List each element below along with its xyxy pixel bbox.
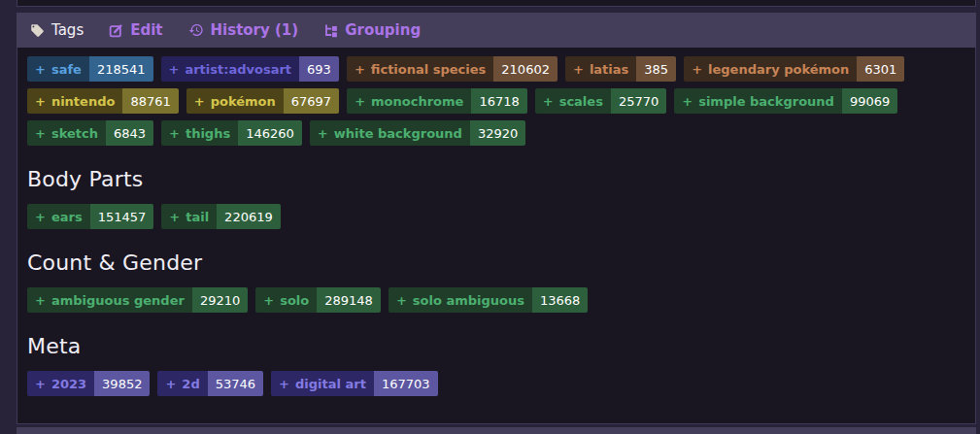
tab-history[interactable]: History (1) (188, 21, 299, 39)
add-tag-plus[interactable]: + (35, 293, 46, 308)
tag-post-count[interactable]: 53746 (208, 371, 263, 396)
tag-pill: +solo ambiguous13668 (389, 287, 588, 313)
add-tag-plus[interactable]: + (355, 94, 365, 109)
tag-name-label: safe (51, 62, 82, 77)
tag-add-link[interactable]: +safe (27, 56, 89, 82)
add-tag-plus[interactable]: + (279, 377, 289, 391)
tag-pill: +simple background99069 (674, 88, 897, 114)
tag-icon (30, 23, 45, 38)
tag-name-label: 2d (182, 377, 199, 391)
tag-post-count[interactable]: 289148 (317, 287, 381, 313)
panel-tab-bar: Tags Edit History (1) Grouping (17, 13, 976, 48)
tab-tags[interactable]: Tags (30, 21, 84, 39)
tag-post-count[interactable]: 220619 (217, 204, 281, 229)
tag-post-count[interactable]: 218541 (89, 56, 153, 82)
tag-post-count[interactable]: 39852 (94, 371, 150, 396)
next-panel-header (17, 427, 976, 434)
add-tag-plus[interactable]: + (355, 62, 365, 77)
add-tag-plus[interactable]: + (194, 94, 205, 109)
tag-post-count[interactable]: 210602 (493, 56, 558, 82)
tag-post-count[interactable]: 88761 (122, 88, 178, 114)
add-tag-plus[interactable]: + (682, 94, 693, 109)
tag-post-count[interactable]: 693 (299, 56, 339, 82)
tag-add-link[interactable]: +ambiguous gender (27, 287, 192, 313)
add-tag-plus[interactable]: + (169, 210, 180, 224)
tag-pill: +ambiguous gender29210 (27, 287, 248, 313)
grouping-icon (323, 23, 338, 38)
tag-pill: +scales25770 (535, 88, 667, 114)
tag-pill: +tail220619 (161, 204, 280, 229)
tag-add-link[interactable]: +nintendo (27, 88, 122, 114)
section-title: Count & Gender (27, 250, 965, 275)
add-tag-plus[interactable]: + (35, 210, 46, 224)
add-tag-plus[interactable]: + (692, 62, 702, 77)
tag-post-count[interactable]: 146260 (238, 120, 302, 146)
tag-post-count[interactable]: 16718 (471, 88, 526, 114)
tag-add-link[interactable]: +ears (27, 204, 90, 229)
tag-post-count[interactable]: 385 (636, 56, 676, 82)
history-icon (188, 22, 204, 38)
tag-post-count[interactable]: 25770 (611, 88, 666, 114)
edit-icon (109, 23, 123, 38)
tag-pill: +artist:advosart693 (161, 56, 339, 82)
add-tag-plus[interactable]: + (573, 62, 584, 77)
tag-post-count[interactable]: 6301 (857, 56, 904, 82)
tag-add-link[interactable]: +tail (161, 204, 217, 229)
tag-pill: +legendary pokémon6301 (684, 56, 904, 82)
add-tag-plus[interactable]: + (543, 94, 554, 109)
add-tag-plus[interactable]: + (35, 126, 46, 141)
tab-edit[interactable]: Edit (109, 21, 162, 39)
tag-name-label: ambiguous gender (51, 293, 185, 308)
tag-name-label: nintendo (51, 94, 116, 109)
tag-pill: +fictional species210602 (347, 56, 558, 82)
tag-add-link[interactable]: +2d (157, 371, 207, 396)
tag-pill: +pokémon67697 (186, 88, 339, 114)
add-tag-plus[interactable]: + (318, 126, 328, 141)
tag-add-link[interactable]: +2023 (27, 371, 94, 396)
add-tag-plus[interactable]: + (396, 293, 407, 308)
tab-label: History (1) (211, 21, 299, 39)
add-tag-plus[interactable]: + (263, 293, 274, 308)
tag-add-link[interactable]: +digital art (271, 371, 374, 396)
add-tag-plus[interactable]: + (35, 94, 46, 109)
tag-list: +ears151457+tail220619 (27, 204, 945, 229)
tag-name-label: sketch (51, 126, 98, 141)
tag-post-count[interactable]: 32920 (470, 120, 525, 146)
add-tag-plus[interactable]: + (169, 126, 180, 141)
tag-post-count[interactable]: 29210 (192, 287, 248, 313)
tags-panel: Tags Edit History (1) Grouping +safe2185… (17, 13, 976, 424)
add-tag-plus[interactable]: + (35, 377, 46, 391)
tag-pill: +sketch6843 (27, 120, 153, 146)
tag-add-link[interactable]: +monochrome (347, 88, 471, 114)
tag-pill: +nintendo88761 (27, 88, 179, 114)
tag-post-count[interactable]: 67697 (284, 88, 339, 114)
tag-add-link[interactable]: +scales (535, 88, 611, 114)
tag-add-link[interactable]: +white background (310, 120, 470, 146)
add-tag-plus[interactable]: + (165, 377, 176, 391)
tag-post-count[interactable]: 6843 (106, 120, 153, 146)
add-tag-plus[interactable]: + (169, 62, 180, 77)
tag-name-label: 2023 (51, 377, 86, 391)
tag-add-link[interactable]: +pokémon (186, 88, 284, 114)
tag-pill: +202339852 (27, 371, 150, 396)
tag-list: +safe218541+artist:advosart693+fictional… (27, 56, 945, 146)
tag-name-label: white background (334, 126, 462, 141)
tag-add-link[interactable]: +solo (255, 287, 317, 313)
tag-post-count[interactable]: 167703 (374, 371, 438, 396)
tag-add-link[interactable]: +simple background (674, 88, 842, 114)
tag-post-count[interactable]: 13668 (532, 287, 588, 313)
tag-post-count[interactable]: 99069 (842, 88, 897, 114)
tag-post-count[interactable]: 151457 (90, 204, 154, 229)
tag-add-link[interactable]: +legendary pokémon (684, 56, 857, 82)
tag-add-link[interactable]: +artist:advosart (161, 56, 300, 82)
tag-add-link[interactable]: +fictional species (347, 56, 493, 82)
tag-add-link[interactable]: +latias (565, 56, 636, 82)
tag-add-link[interactable]: +sketch (27, 120, 106, 146)
tab-label: Grouping (345, 21, 421, 39)
add-tag-plus[interactable]: + (35, 62, 46, 77)
tag-add-link[interactable]: +thighs (161, 120, 238, 146)
tab-grouping[interactable]: Grouping (323, 21, 421, 39)
tag-add-link[interactable]: +solo ambiguous (389, 287, 532, 313)
tag-name-label: fictional species (371, 62, 487, 77)
tag-pill: +white background32920 (310, 120, 525, 146)
